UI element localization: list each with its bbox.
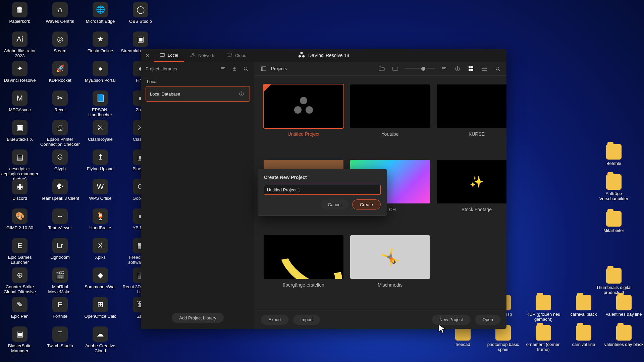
desktop-shortcut[interactable]: AiAdobe Illustrator 2023 [0, 32, 40, 58]
desktop-shortcut[interactable]: 📘EPSON-Handbücher [80, 90, 120, 117]
desktop-folder[interactable]: valentines day black [604, 325, 644, 347]
tab-cloud[interactable]: Cloud [220, 49, 253, 62]
desktop-shortcut[interactable]: 🖨Epson Printer Connection Checker [40, 120, 80, 147]
svg-rect-11 [241, 94, 241, 95]
desktop-shortcut[interactable]: MMEGAsync [0, 90, 40, 112]
desktop-folder[interactable]: KDP (großen neu gemacht) [524, 295, 563, 322]
desktop-shortcut-label: EPSON-Handbücher [80, 107, 120, 117]
desktop-folder[interactable]: Mitarbeiter [594, 211, 634, 233]
new-project-button[interactable]: New Project [432, 315, 470, 325]
desktop-shortcut[interactable]: EEpic Games Launcher [0, 238, 40, 265]
desktop-shortcut[interactable]: ▣BlueStacks X [0, 120, 40, 142]
desktop-shortcut[interactable]: ⊞OpenOffice Calc [80, 297, 120, 319]
app-icon: ↥ [93, 149, 108, 165]
info-icon[interactable] [237, 90, 246, 98]
info-icon[interactable] [453, 65, 462, 73]
desktop-shortcut[interactable]: 🗣Teamspeak 3 Client [40, 179, 80, 201]
network-icon [190, 53, 196, 58]
desktop-shortcut[interactable]: ✂Recut [40, 90, 80, 112]
desktop-folder-label: ornament (corner, frame) [524, 342, 563, 352]
app-icon: 🎬 [52, 267, 68, 283]
search-icon[interactable] [242, 65, 250, 73]
desktop-shortcut[interactable]: FFortnite [40, 297, 80, 319]
desktop-shortcut[interactable]: 🚀KDPRocket [40, 61, 80, 83]
tab-local[interactable]: Local [154, 49, 184, 62]
desktop-folder[interactable]: photoshop basic spain [483, 325, 523, 352]
desktop-shortcut[interactable]: ⚔ClashRoyale [80, 120, 120, 142]
desktop-shortcut[interactable]: TTwitch Studio [40, 326, 80, 348]
desktop-shortcut[interactable]: ✎Epic Pen [0, 297, 40, 319]
desktop-folder[interactable]: Thumbnails digital products 6 [594, 268, 634, 295]
close-icon[interactable]: ✕ [141, 49, 154, 62]
desktop-folder[interactable]: valentines day line [604, 295, 644, 317]
add-project-library-button[interactable]: Add Project Library [172, 313, 224, 323]
project-item[interactable]: 🤸Mischmodis [350, 235, 430, 301]
desktop-shortcut[interactable]: ⌂Waves Central [40, 2, 80, 24]
project-thumbnail: ✨ [437, 160, 506, 203]
desktop-shortcut[interactable]: XXpiks [80, 238, 120, 260]
desktop-shortcut-label: Lightroom [50, 255, 70, 260]
app-icon: G [52, 149, 68, 165]
desktop-shortcut[interactable]: ◉Discord [0, 179, 40, 201]
card-icon[interactable] [391, 65, 399, 73]
desktop-shortcut[interactable]: ⊕Counter-Strike Global Offensive [0, 267, 40, 294]
desktop-shortcut[interactable]: ◯OBS Studio [121, 2, 160, 24]
import-icon[interactable] [230, 65, 238, 73]
svg-rect-19 [471, 66, 473, 68]
desktop-shortcut[interactable]: ★Fiesta Online [80, 32, 120, 53]
desktop-shortcut[interactable]: ↥Flying Upload [80, 149, 120, 171]
create-button[interactable]: Create [352, 199, 381, 209]
desktop-shortcut[interactable]: WWPS Office [80, 179, 120, 201]
tab-network-label: Network [198, 53, 214, 58]
desktop-shortcut[interactable]: ◆SummonersWar [80, 267, 120, 289]
desktop-shortcut-label: Recut [54, 107, 66, 112]
grid-view-icon[interactable] [467, 65, 475, 73]
project-item[interactable]: Untitled Project [264, 84, 343, 150]
desktop-shortcut[interactable]: ✦DaVinci Resolve [0, 61, 40, 83]
desktop-folder[interactable]: carnival line [564, 325, 603, 347]
search-icon[interactable] [494, 65, 502, 73]
desktop-folder[interactable]: carnival black [564, 295, 603, 317]
desktop-shortcut[interactable]: 🎨GIMP 2.10.30 [0, 208, 40, 230]
open-button[interactable]: Open [475, 315, 500, 325]
sort-icon[interactable] [219, 65, 227, 73]
database-item[interactable]: Local Database [146, 86, 250, 102]
sidebar-heading: Project Libraries [146, 66, 177, 71]
app-icon: X [93, 238, 108, 253]
desktop-shortcut[interactable]: 🍹HandBrake [80, 208, 120, 230]
project-item[interactable]: übergänge erstellen [264, 235, 343, 301]
desktop-shortcut[interactable]: ☁Adobe Creative Cloud [80, 326, 120, 353]
project-name-input[interactable] [264, 185, 381, 195]
desktop-shortcut-label: Teamspeak 3 Client [41, 196, 79, 201]
import-button[interactable]: Import [293, 315, 320, 325]
project-item[interactable]: Youtube [350, 84, 430, 150]
svg-point-1 [161, 55, 161, 55]
desktop-shortcut-label: ClashRoyale [88, 137, 113, 142]
desktop-shortcut[interactable]: 🎬MiniTool MovieMaker [40, 267, 80, 294]
cancel-button[interactable]: Cancel [321, 199, 349, 209]
desktop-folder[interactable]: ornament (corner, frame) [524, 325, 563, 352]
desktop-shortcut[interactable]: LrLightroom [40, 238, 80, 260]
app-icon: ◯ [133, 2, 148, 17]
desktop-shortcut[interactable]: GGlyph [40, 149, 80, 171]
panel-icon[interactable] [260, 65, 268, 73]
desktop-shortcut[interactable]: 🌐Microsoft Edge [80, 2, 120, 24]
tab-cloud-label: Cloud [235, 53, 247, 58]
folder-icon[interactable] [378, 65, 386, 73]
project-item[interactable]: ✨Stock Footage [437, 160, 506, 226]
sort-icon[interactable] [440, 65, 448, 73]
export-button[interactable]: Export [261, 315, 288, 325]
tab-network[interactable]: Network [184, 49, 220, 62]
project-item[interactable]: KURSE [437, 84, 506, 150]
desktop-folder[interactable]: Aufträge Vorschaubilder [594, 174, 634, 201]
thumbnail-size-slider[interactable] [405, 68, 435, 69]
desktop-shortcut[interactable]: ●MyEpson Portal [80, 61, 120, 83]
desktop-shortcut[interactable]: ◎Steam [40, 32, 80, 53]
desktop-folder[interactable]: Befehle [594, 144, 634, 166]
desktop-shortcut[interactable]: ▣BlasterSuite Manager [0, 326, 40, 353]
list-view-icon[interactable] [480, 65, 488, 73]
app-icon: W [93, 179, 108, 194]
desktop-shortcut[interactable]: 🗑Papierkorb [0, 2, 40, 24]
desktop-shortcut[interactable]: ↔TeamViewer [40, 208, 80, 230]
desktop-shortcut[interactable]: ▤aescripts + aeplugins manager (setup) [0, 149, 40, 181]
